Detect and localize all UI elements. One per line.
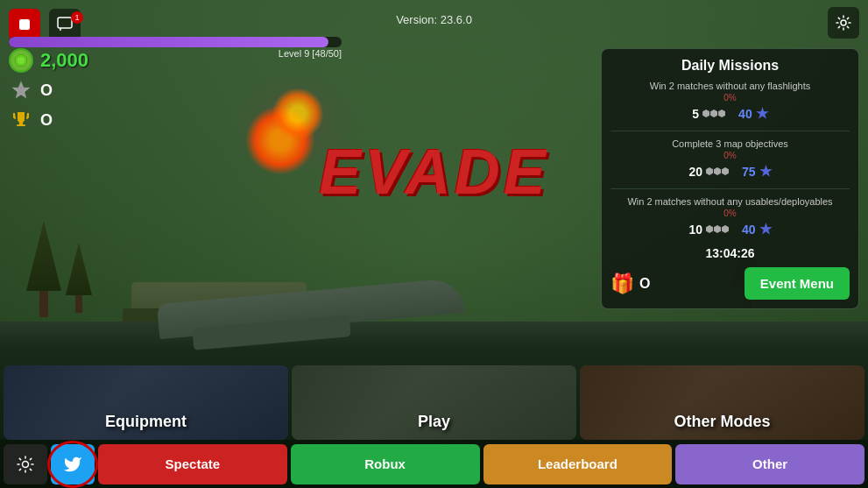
hex-coins-icon-2: [706, 167, 729, 175]
leaderboard-button[interactable]: Leaderboard: [483, 444, 673, 484]
other-modes-label: Other Modes: [580, 413, 864, 431]
hex-coins-icon: [702, 110, 725, 117]
star-icon-2: ★: [759, 163, 772, 180]
mission-3-rewards: 10 40 ★: [610, 221, 850, 237]
mission-item-1: Win 2 matches without any flashlights 0%…: [610, 81, 850, 122]
gift-icon: 🎁: [610, 272, 634, 295]
svg-rect-1: [58, 18, 72, 28]
trophies-value: O: [40, 111, 53, 130]
coin-icon: [9, 48, 33, 73]
stats-panel: 2,000 O O: [9, 48, 88, 138]
svg-point-9: [23, 461, 29, 467]
svg-rect-8: [17, 124, 25, 126]
missions-footer: 🎁 O Event Menu: [610, 267, 850, 300]
mission-1-progress: 0%: [610, 93, 850, 103]
bottom-panels: Equipment Play Other Modes: [0, 365, 868, 440]
equipment-panel[interactable]: Equipment: [4, 365, 288, 440]
twitter-button[interactable]: [51, 444, 95, 484]
svg-rect-0: [19, 19, 30, 30]
xp-bar-fill: [9, 37, 328, 47]
star-icon-3: ★: [759, 221, 772, 237]
robux-button[interactable]: Robux: [291, 444, 480, 484]
trophies-row: O: [9, 108, 88, 132]
mission-3-coins: 10: [688, 223, 729, 237]
mission-1-coins: 5: [692, 107, 725, 121]
gear-settings-button[interactable]: [4, 444, 47, 484]
mission-3-progress: 0%: [610, 209, 850, 218]
mission-1-stars: 40 ★: [738, 105, 768, 122]
star-icon-1: ★: [756, 105, 768, 122]
missions-panel: Daily Missions Win 2 matches without any…: [601, 48, 859, 309]
play-label: Play: [292, 413, 576, 431]
kills-icon: [9, 78, 33, 103]
explosion2-effect: [272, 88, 324, 140]
xp-bar-background: [9, 37, 342, 47]
other-modes-panel[interactable]: Other Modes: [580, 365, 864, 440]
svg-rect-7: [19, 122, 23, 124]
chat-notification-badge: 1: [71, 11, 83, 24]
mission-3-desc: Win 2 matches without any usables/deploy…: [610, 196, 850, 207]
gift-count: O: [639, 276, 650, 292]
hex-coins-icon-3: [706, 225, 729, 233]
mission-item-3: Win 2 matches without any usables/deploy…: [610, 196, 850, 237]
mission-2-rewards: 20 75 ★: [610, 163, 850, 180]
bottom-bar: Spectate Robux Leaderboard Other: [0, 440, 868, 488]
svg-point-2: [841, 20, 846, 25]
missions-timer: 13:04:26: [610, 246, 850, 260]
mission-1-desc: Win 2 matches without any flashlights: [610, 81, 850, 91]
roblox-button-wrapper: [9, 9, 40, 40]
spectate-button[interactable]: Spectate: [98, 444, 287, 484]
missions-title: Daily Missions: [610, 58, 850, 74]
mission-3-stars: 40 ★: [742, 221, 772, 237]
mission-2-stars: 75 ★: [742, 163, 772, 180]
kills-value: O: [40, 81, 53, 100]
kills-row: O: [9, 78, 88, 103]
mission-item-2: Complete 3 map objectives 0% 20 75 ★: [610, 138, 850, 180]
mission-1-rewards: 5 40 ★: [610, 105, 850, 122]
chat-button-wrapper: 1: [45, 9, 81, 40]
mission-2-coins: 20: [688, 165, 729, 179]
settings-button-top[interactable]: [828, 7, 859, 39]
mission-2-desc: Complete 3 map objectives: [610, 138, 850, 149]
coins-row: 2,000: [9, 48, 88, 73]
play-panel[interactable]: Play: [292, 365, 576, 440]
gift-section: 🎁 O: [610, 272, 650, 295]
svg-point-4: [18, 57, 25, 64]
mission-divider-2: [610, 188, 850, 189]
roblox-button[interactable]: [9, 9, 40, 40]
trophy-icon: [9, 108, 33, 132]
mission-2-progress: 0%: [610, 151, 850, 160]
event-menu-button[interactable]: Event Menu: [745, 267, 850, 300]
equipment-label: Equipment: [4, 413, 288, 431]
other-button[interactable]: Other: [675, 444, 864, 484]
version-label: Version: 23.6.0: [396, 13, 472, 26]
mission-divider-1: [610, 131, 850, 131]
coins-value: 2,000: [40, 49, 88, 72]
